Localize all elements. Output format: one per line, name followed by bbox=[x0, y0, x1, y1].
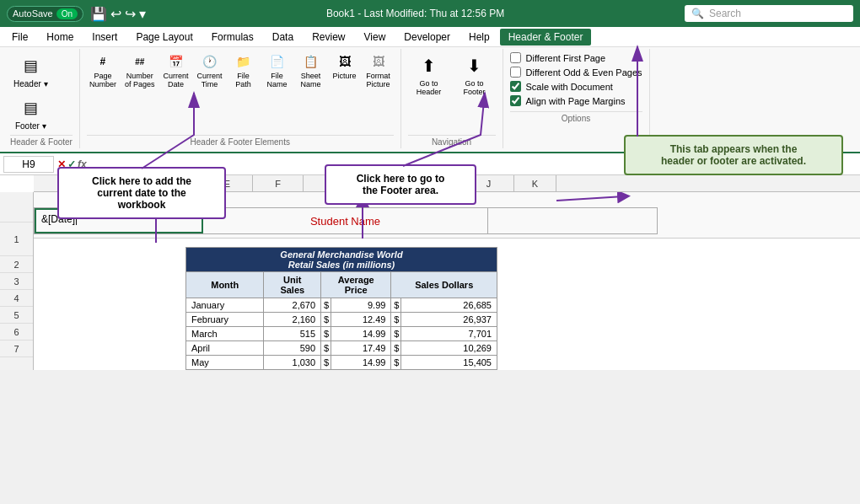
ribbon-group-options: Different First Page Different Odd & Eve… bbox=[503, 49, 650, 148]
table-title-cell: General Merchandise World Retail Sales (… bbox=[186, 248, 497, 272]
insert-function-icon[interactable]: fx bbox=[78, 158, 87, 170]
col-avg-price-header: AveragePrice bbox=[321, 272, 391, 298]
col-month-header: Month bbox=[186, 272, 264, 298]
menu-help[interactable]: Help bbox=[460, 29, 498, 46]
current-date-button[interactable]: 📅 CurrentDate bbox=[160, 51, 191, 89]
menu-data[interactable]: Data bbox=[264, 29, 302, 46]
footer-label: Footer ▾ bbox=[15, 121, 46, 131]
footer-button[interactable]: ▤ Footer ▾ bbox=[10, 93, 51, 133]
search-bar[interactable]: 🔍 Search bbox=[685, 5, 853, 22]
menu-developer[interactable]: Developer bbox=[395, 29, 459, 46]
cell-mar-units: 515 bbox=[264, 327, 321, 341]
ribbon-group-content-hf: ▤ Header ▾ ▤ Footer ▾ bbox=[10, 51, 73, 133]
file-path-button[interactable]: 📁 FilePath bbox=[228, 51, 259, 89]
align-margins-checkbox[interactable] bbox=[510, 95, 521, 106]
menu-review[interactable]: Review bbox=[304, 29, 353, 46]
menu-header-footer[interactable]: Header & Footer bbox=[500, 29, 592, 46]
cell-apr-sales: 10,269 bbox=[401, 341, 497, 356]
page-number-button[interactable]: # PageNumber bbox=[87, 51, 119, 89]
options-group-label: Options bbox=[510, 111, 642, 123]
table-row-mar: March 515 $ 14.99 $ 7,701 bbox=[186, 327, 497, 341]
align-margins-label: Align with Page Margins bbox=[526, 96, 626, 106]
menu-insert[interactable]: Insert bbox=[83, 29, 126, 46]
sheet-name-button[interactable]: 📋 SheetName bbox=[296, 51, 326, 89]
menu-page-layout[interactable]: Page Layout bbox=[127, 29, 201, 46]
workbook-title: Book1 - Last Modified: Thu at 12:56 PM bbox=[326, 8, 504, 19]
formula-input[interactable] bbox=[90, 158, 857, 170]
format-picture-button[interactable]: 🖼 FormatPicture bbox=[363, 51, 394, 89]
format-picture-label: FormatPicture bbox=[366, 72, 390, 88]
cell-feb-month: February bbox=[186, 313, 264, 327]
file-name-icon: 📄 bbox=[267, 51, 288, 72]
autosave-state[interactable]: On bbox=[56, 8, 78, 19]
header-button[interactable]: ▤ Header ▾ bbox=[10, 51, 51, 91]
go-to-header-label: Go toHeader bbox=[417, 79, 442, 96]
cell-apr-month: April bbox=[186, 341, 264, 356]
file-name-button[interactable]: 📄 FileName bbox=[262, 51, 293, 89]
diff-first-checkbox[interactable] bbox=[510, 52, 521, 63]
save-icon[interactable]: 💾 bbox=[90, 6, 107, 22]
table-area: General Merchandise World Retail Sales (… bbox=[34, 239, 860, 370]
hf-group-label: Header & Footer bbox=[10, 135, 73, 147]
table-title-1: General Merchandise World bbox=[280, 249, 402, 260]
undo-redo-group: 💾 ↩ ↪ ▾ bbox=[90, 6, 146, 22]
header-label: Header ▾ bbox=[13, 79, 48, 89]
table-row-may: May 1,030 $ 14.99 $ 15,405 bbox=[186, 356, 497, 370]
picture-button[interactable]: 🖼 Picture bbox=[330, 51, 360, 81]
spreadsheet-area: B C D E F G H I J K 1 2 3 4 5 6 7 Header bbox=[0, 175, 860, 370]
header-date-value: &[Date]| bbox=[41, 213, 78, 225]
grid-content: Header &[Date]| Student Name Gener bbox=[34, 192, 860, 370]
menu-formulas[interactable]: Formulas bbox=[203, 29, 262, 46]
col-unit-sales-header: UnitSales bbox=[264, 272, 321, 298]
row-num-header-area bbox=[0, 192, 33, 223]
current-time-button[interactable]: 🕐 CurrentTime bbox=[195, 51, 225, 89]
num-pages-button[interactable]: ## Numberof Pages bbox=[122, 51, 158, 89]
header-cell-empty[interactable] bbox=[488, 208, 657, 233]
col-header-g: G bbox=[304, 175, 354, 191]
redo-icon[interactable]: ↪ bbox=[125, 6, 136, 22]
current-date-icon: 📅 bbox=[165, 51, 185, 72]
cell-mar-month: March bbox=[186, 327, 264, 341]
go-to-footer-button[interactable]: ⬇ Go toFooter bbox=[454, 51, 496, 98]
cell-feb-dollar2: $ bbox=[391, 313, 401, 327]
diff-odd-even-checkbox[interactable] bbox=[510, 67, 521, 78]
cell-may-dollar2: $ bbox=[391, 356, 401, 370]
option-diff-odd-even: Different Odd & Even Pages bbox=[510, 67, 642, 78]
header-row-container: &[Date]| Student Name bbox=[34, 207, 658, 234]
cell-mar-dollar1: $ bbox=[321, 327, 331, 341]
column-headers: B C D E F G H I J K bbox=[34, 175, 860, 192]
confirm-formula-icon[interactable]: ✓ bbox=[67, 158, 76, 170]
col-header-d: D bbox=[152, 175, 202, 191]
col-header-i: I bbox=[422, 175, 464, 191]
cell-may-units: 1,030 bbox=[264, 356, 321, 370]
menu-view[interactable]: View bbox=[356, 29, 395, 46]
autosave-toggle[interactable]: AutoSave On bbox=[7, 6, 83, 22]
navigation-group-label: Navigation bbox=[408, 135, 496, 147]
sheet-name-icon: 📋 bbox=[301, 51, 321, 72]
scale-doc-checkbox[interactable] bbox=[510, 81, 521, 92]
undo-icon[interactable]: ↩ bbox=[110, 6, 121, 22]
cell-reference-input[interactable] bbox=[3, 156, 54, 173]
menu-file[interactable]: File bbox=[3, 29, 36, 46]
cell-mar-dollar2: $ bbox=[391, 327, 401, 341]
table-title-2: Retail Sales (in millions) bbox=[288, 260, 395, 270]
header-cell-date[interactable]: &[Date]| bbox=[35, 208, 203, 233]
menu-home[interactable]: Home bbox=[38, 29, 82, 46]
go-to-header-button[interactable]: ⬆ Go toHeader bbox=[408, 51, 450, 98]
formula-buttons: ✕ ✓ fx bbox=[57, 158, 87, 170]
cancel-formula-icon[interactable]: ✕ bbox=[57, 158, 66, 170]
row-numbers: 1 2 3 4 5 6 7 bbox=[0, 192, 34, 370]
table-row-jan: January 2,670 $ 9.99 $ 26,685 bbox=[186, 298, 497, 313]
num-pages-label: Numberof Pages bbox=[125, 72, 155, 88]
customize-icon[interactable]: ▾ bbox=[139, 6, 146, 22]
num-pages-icon: ## bbox=[130, 51, 150, 72]
cell-jan-price: 9.99 bbox=[331, 298, 391, 313]
page-number-label: PageNumber bbox=[89, 72, 116, 88]
header-cell-student[interactable]: Student Name bbox=[203, 208, 488, 233]
footer-icon: ▤ bbox=[17, 94, 44, 121]
cell-jan-units: 2,670 bbox=[264, 298, 321, 313]
table-header-row: Month UnitSales AveragePrice Sales Dolla… bbox=[186, 272, 497, 298]
cell-feb-units: 2,160 bbox=[264, 313, 321, 327]
cell-jan-sales: 26,685 bbox=[401, 298, 497, 313]
spreadsheet-header-section: Header &[Date]| Student Name bbox=[34, 192, 860, 239]
